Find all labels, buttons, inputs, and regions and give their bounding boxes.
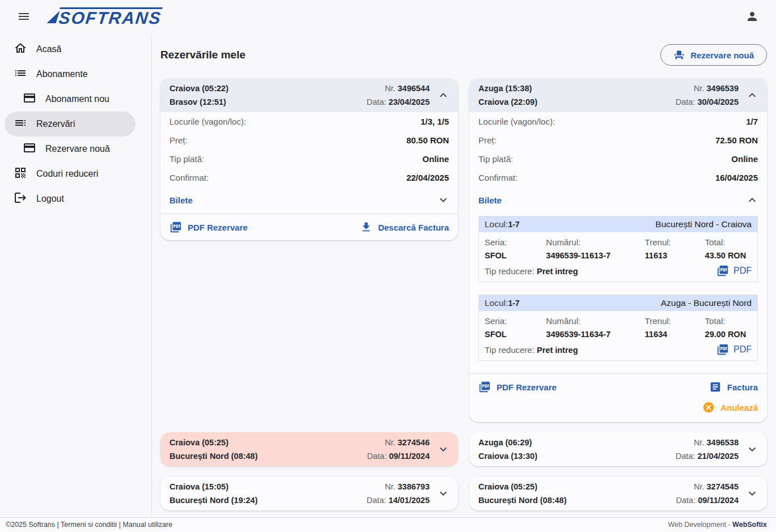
price-value: 72.50 RON (715, 135, 758, 145)
ticket-11613: Locul:1-7 București Nord - Craiova Seria… (478, 216, 758, 282)
list-icon (14, 66, 27, 82)
pdf-icon (716, 265, 729, 277)
reservation-card-3386793: Craiova (15:05) București Nord (19:24) N… (160, 476, 458, 510)
bilete-toggle[interactable]: Bilete (160, 187, 458, 214)
sidebar-item-coduri-reduceri[interactable]: Coduri reduceri (5, 161, 135, 186)
departure-station: Craiova (05:25) (169, 436, 363, 449)
chevron-down-icon[interactable] (436, 442, 450, 456)
descarca-factura-button[interactable]: Descarcă Factura (360, 221, 449, 233)
bilete-toggle[interactable]: Bilete (469, 187, 767, 214)
ticket-number: 3496539-11613-7 (546, 251, 644, 260)
sidebar-item-label: Rezervări (36, 119, 75, 129)
price-value: 80.50 RON (406, 135, 449, 145)
factura-button[interactable]: Factura (709, 381, 758, 393)
topbar: SOFTRANS (0, 0, 776, 34)
sidebar-item-acasa[interactable]: Acasă (5, 37, 135, 62)
chevron-up-icon[interactable] (745, 88, 759, 102)
ticket-train: 11634 (645, 330, 705, 339)
discount-type: Pret intreg (537, 346, 578, 355)
softrans-logo[interactable]: SOFTRANS (49, 7, 162, 27)
reservation-card-3496539: Azuga (15:38) Craiova (22:09) Nr. 349653… (469, 78, 767, 422)
chevron-up-icon (745, 193, 759, 207)
reservation-header-cancelled[interactable]: Craiova (05:25) București Nord (08:48) N… (160, 432, 458, 466)
departure-station: Craiova (05:22) (169, 82, 362, 95)
credit-card-icon (23, 91, 36, 107)
pdf-rezervare-button[interactable]: PDF Rezervare (478, 381, 557, 393)
reservation-card-3274546: Craiova (05:25) București Nord (08:48) N… (160, 432, 458, 466)
ticket-pdf-button[interactable]: PDF (716, 265, 752, 277)
sidebar-item-rezervare-noua[interactable]: Rezervare nouă (5, 137, 135, 161)
menu-icon (17, 10, 31, 25)
reservation-header[interactable]: Azuga (15:38) Craiova (22:09) Nr. 349653… (469, 78, 767, 112)
ticket-number: 3496539-11634-7 (546, 330, 644, 339)
reservation-header[interactable]: Craiova (15:05) București Nord (19:24) N… (160, 476, 458, 510)
reservation-date: 09/11/2024 (698, 496, 739, 505)
sidebar-item-rezervari[interactable]: Rezervări (5, 112, 135, 137)
reservation-card-3496538: Azuga (06:29) Craiova (13:30) Nr. 349653… (469, 432, 767, 466)
page-footer: ©2025 Softrans | Termeni si conditii | M… (0, 517, 776, 532)
ticket-total: 29.00 RON (705, 330, 752, 339)
hamburger-menu-button[interactable] (12, 6, 35, 28)
departure-station: Azuga (06:29) (478, 436, 671, 449)
sidebar-item-label: Coduri reduceri (36, 169, 98, 179)
main-content: Rezervările mele Rezervare nouă Craiova … (152, 34, 776, 517)
chevron-down-icon[interactable] (745, 487, 759, 500)
sidebar-item-logout[interactable]: Logout (5, 186, 135, 211)
logo-text: SOFTRANS (58, 7, 163, 27)
ticket-total: 43.50 RON (705, 251, 752, 260)
arrival-station: București Nord (19:24) (169, 493, 362, 507)
ticket-11634: Locul:1-7 Azuga - București Nord Seria: … (478, 295, 758, 361)
pdf-rezervare-button[interactable]: PDF Rezervare (169, 221, 248, 233)
reservations-grid: Craiova (05:22) Brasov (12:51) Nr. 34965… (160, 78, 767, 510)
person-icon (745, 10, 759, 25)
toc-icon (14, 116, 27, 132)
sidebar-item-label: Acasă (36, 44, 61, 54)
ticket-seat: 1-7 (508, 299, 519, 308)
ticket-train: 11613 (645, 251, 705, 260)
sidebar-item-label: Rezervare nouă (45, 144, 110, 154)
anuleaza-button[interactable]: Anulează (702, 401, 758, 414)
reservation-number: 3496538 (707, 438, 739, 447)
arrival-station: Brasov (12:51) (169, 95, 362, 109)
webdev-credit[interactable]: Web Development - WebSoftix (668, 521, 767, 529)
credit-card-icon (23, 141, 36, 157)
ticket-pdf-button[interactable]: PDF (716, 343, 752, 356)
reservation-number: 3386793 (398, 482, 430, 491)
reservation-header[interactable]: Craiova (05:22) Brasov (12:51) Nr. 34965… (160, 78, 458, 112)
qr-code-icon (14, 166, 27, 182)
reservation-date: 30/04/2025 (697, 97, 739, 107)
chevron-down-icon (436, 193, 450, 207)
new-reservation-button[interactable]: Rezervare nouă (660, 44, 767, 66)
sidebar-item-abonamente[interactable]: Abonamente (5, 62, 135, 87)
discount-type: Pret intreg (537, 267, 578, 276)
logout-icon (14, 191, 27, 207)
chevron-up-icon[interactable] (436, 88, 450, 102)
departure-station: Azuga (15:38) (478, 82, 671, 95)
reservation-number: 3496539 (707, 84, 739, 93)
chevron-down-icon[interactable] (436, 487, 450, 500)
chevron-down-icon[interactable] (745, 442, 759, 456)
seat-icon (673, 49, 685, 61)
ticket-route: București Nord - Craiova (655, 219, 752, 229)
home-icon (14, 41, 27, 57)
reservation-date: 21/04/2025 (697, 452, 739, 461)
reservation-header[interactable]: Azuga (06:29) Craiova (13:30) Nr. 349653… (469, 432, 767, 466)
ticket-seat: 1-7 (508, 220, 519, 229)
pdf-icon (169, 221, 182, 233)
seats-value: 1/3, 1/5 (421, 117, 449, 126)
pdf-icon (478, 381, 491, 393)
copyright-text[interactable]: ©2025 Softrans | Termeni si conditii | M… (6, 521, 172, 529)
sidebar: Acasă Abonamente Abonament nou Rezervări… (0, 34, 152, 517)
payment-value: Online (731, 154, 758, 164)
sidebar-item-abonament-nou[interactable]: Abonament nou (5, 87, 135, 112)
sidebar-item-label: Abonament nou (45, 94, 109, 104)
reservation-header[interactable]: Craiova (05:25) București Nord (08:48) N… (469, 476, 767, 510)
account-button[interactable] (741, 6, 764, 28)
departure-station: Craiova (15:05) (169, 480, 362, 493)
sidebar-item-label: Abonamente (36, 69, 88, 79)
reservation-number: 3496544 (398, 84, 430, 93)
arrival-station: București Nord (08:48) (478, 493, 672, 507)
reservation-card-3496544: Craiova (05:22) Brasov (12:51) Nr. 34965… (160, 78, 458, 240)
ticket-series: SFOL (485, 330, 546, 339)
reservation-date: 14/01/2025 (388, 496, 430, 505)
